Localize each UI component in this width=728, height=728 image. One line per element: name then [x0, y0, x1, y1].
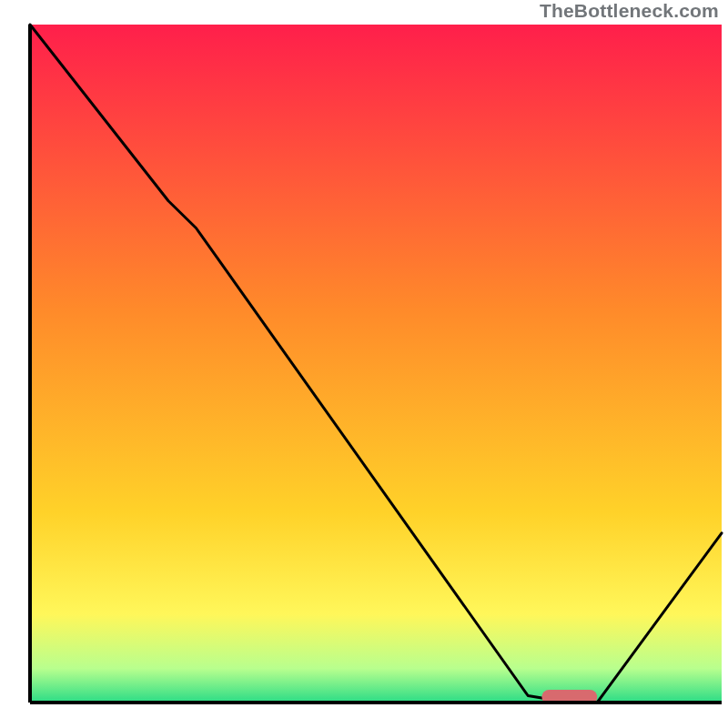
- attribution-text: TheBottleneck.com: [540, 0, 719, 22]
- chart-svg: [0, 0, 728, 728]
- plot-area: [30, 25, 722, 703]
- chart-container: TheBottleneck.com: [0, 0, 728, 728]
